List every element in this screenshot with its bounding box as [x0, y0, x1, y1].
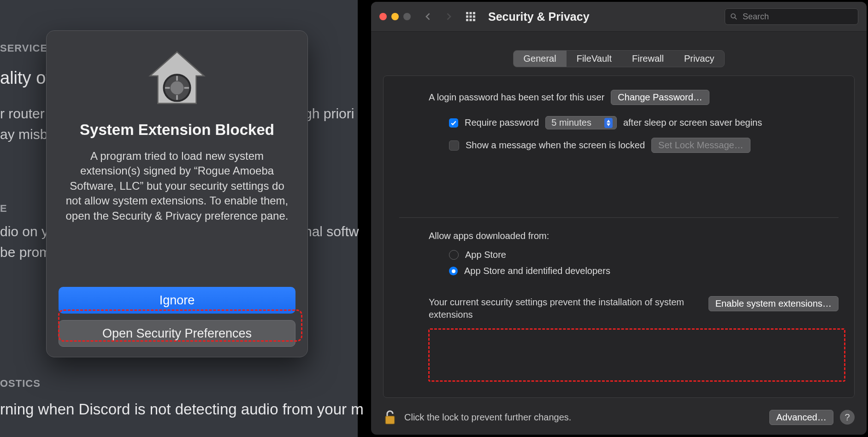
nav-forward-button[interactable] — [444, 12, 453, 21]
minimize-window-button[interactable] — [391, 13, 399, 20]
bg-text-warning: rning when Discord is not detecting audi… — [0, 401, 364, 418]
after-sleep-label: after sleep or screen saver begins — [623, 117, 762, 128]
svg-marker-18 — [607, 120, 610, 122]
svg-rect-20 — [385, 416, 394, 424]
system-extensions-blocked-text: Your current security settings prevent t… — [429, 296, 695, 321]
security-house-vault-icon — [147, 48, 207, 108]
enable-system-extensions-button[interactable]: Enable system extensions… — [709, 296, 838, 311]
divider — [399, 217, 838, 218]
open-security-preferences-button[interactable]: Open Security Preferences — [59, 320, 295, 347]
login-password-set-label: A login password has been set for this u… — [429, 92, 604, 103]
tab-general[interactable]: General — [514, 51, 567, 67]
lock-hint-text: Click the lock to prevent further change… — [404, 412, 571, 423]
svg-point-2 — [171, 82, 184, 95]
svg-rect-12 — [473, 16, 475, 18]
bg-heading-service: SERVICE — [0, 42, 47, 54]
general-panel: A login password has been set for this u… — [383, 76, 855, 398]
fullscreen-window-button[interactable] — [403, 13, 411, 20]
svg-point-16 — [731, 14, 735, 18]
show-lock-message-label: Show a message when the screen is locked — [466, 140, 645, 151]
help-button[interactable]: ? — [840, 410, 855, 425]
tab-firewall[interactable]: Firewall — [622, 51, 674, 67]
require-password-checkbox[interactable] — [449, 118, 458, 128]
unlock-icon[interactable] — [383, 409, 397, 425]
show-all-preferences-button[interactable] — [465, 11, 476, 22]
tab-filevault[interactable]: FileVault — [567, 51, 622, 67]
dialog-title: System Extension Blocked — [80, 121, 274, 139]
bg-text-nal: nal softw — [304, 224, 359, 239]
tab-privacy[interactable]: Privacy — [674, 51, 725, 67]
search-field[interactable] — [725, 8, 858, 25]
svg-rect-14 — [470, 19, 472, 21]
window-title: Security & Privacy — [488, 10, 590, 23]
svg-rect-9 — [473, 12, 475, 14]
ignore-button[interactable]: Ignore — [59, 287, 295, 314]
tabs-segmented-control: General FileVault Firewall Privacy — [513, 50, 725, 67]
show-lock-message-checkbox[interactable] — [449, 140, 459, 151]
search-icon — [730, 12, 738, 21]
close-window-button[interactable] — [379, 13, 387, 20]
change-password-button[interactable]: Change Password… — [611, 90, 709, 105]
window-footer: Click the lock to prevent further change… — [383, 406, 855, 428]
svg-rect-8 — [470, 12, 472, 14]
nav-back-button[interactable] — [424, 12, 433, 21]
svg-line-17 — [735, 17, 737, 19]
search-input[interactable] — [742, 12, 853, 22]
svg-rect-13 — [466, 19, 468, 21]
svg-rect-7 — [466, 12, 468, 14]
bg-text-dio: dio on y — [0, 224, 48, 239]
allow-appstore-label: App Store — [465, 250, 506, 260]
bg-text-router: r router t — [0, 106, 52, 122]
dialog-body: A program tried to load new system exten… — [59, 149, 295, 223]
allow-apps-heading: Allow apps downloaded from: — [429, 231, 809, 241]
require-password-label: Require password — [465, 117, 539, 128]
advanced-button[interactable]: Advanced… — [769, 410, 833, 425]
svg-rect-11 — [470, 16, 472, 18]
allow-appstore-and-developers-label: App Store and identified developers — [464, 266, 610, 276]
require-password-delay-value: 5 minutes — [551, 117, 591, 128]
allow-appstore-radio[interactable] — [449, 250, 459, 260]
system-extension-blocked-dialog: System Extension Blocked A program tried… — [46, 30, 308, 357]
bg-text-gh: gh priori — [304, 106, 354, 122]
window-titlebar: Security & Privacy — [371, 2, 867, 32]
system-preferences-window: Security & Privacy General FileVault Fir… — [371, 2, 867, 435]
bg-text-beprom: be prom — [0, 245, 51, 260]
bg-heading-ostics: OSTICS — [0, 378, 41, 390]
traffic-lights — [379, 13, 411, 20]
svg-marker-19 — [607, 123, 610, 126]
svg-rect-15 — [473, 19, 475, 21]
bg-heading-e: E — [0, 203, 7, 215]
select-stepper-icon — [604, 118, 613, 128]
allow-appstore-and-developers-radio[interactable] — [449, 267, 458, 275]
require-password-delay-select[interactable]: 5 minutes — [545, 116, 617, 129]
svg-rect-10 — [466, 16, 468, 18]
set-lock-message-button[interactable]: Set Lock Message… — [651, 138, 750, 153]
